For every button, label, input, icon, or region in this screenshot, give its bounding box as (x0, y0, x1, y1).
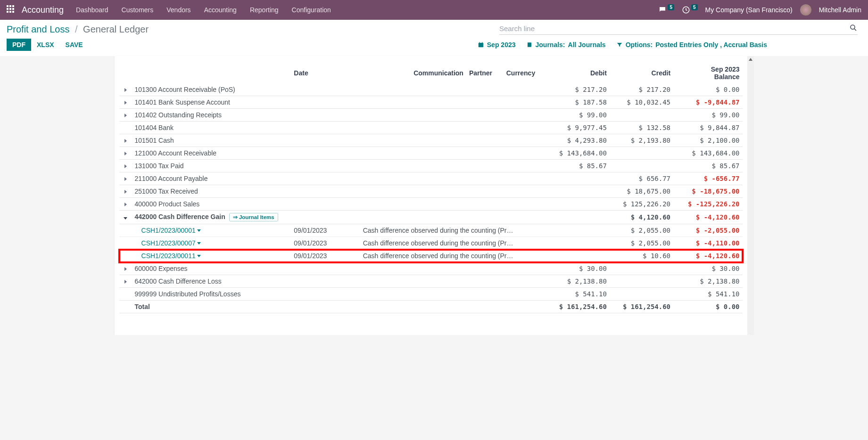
expand-toggle[interactable] (119, 147, 132, 160)
table-row[interactable]: 999999 Undistributed Profits/Losses$ 541… (119, 288, 743, 301)
table-row[interactable]: 101402 Outstanding Receipts$ 99.00$ 99.0… (119, 109, 743, 122)
nav-customers[interactable]: Customers (122, 6, 154, 14)
caret-right-icon (124, 88, 127, 92)
account-name: 600000 Expenses (132, 262, 546, 275)
activity-button[interactable]: 5 (682, 6, 698, 14)
account-name: 211000 Account Payable (132, 172, 546, 185)
expand-toggle[interactable] (119, 172, 132, 185)
debit-value: $ 30.00 (546, 262, 610, 275)
balance-value: $ -4,120.60 (673, 250, 742, 262)
nav-vendors[interactable]: Vendors (166, 6, 190, 14)
journal-entry-row[interactable]: CSH1/2023/0000709/01/2023Cash difference… (119, 237, 743, 250)
nav-configuration[interactable]: Configuration (292, 6, 331, 14)
table-row[interactable]: 121000 Account Receivable$ 143,684.00$ 1… (119, 147, 743, 160)
breadcrumb-root[interactable]: Profit and Loss (7, 24, 69, 34)
total-credit: $ 161,254.60 (610, 301, 673, 313)
journal-entry-row[interactable]: CSH1/2023/0001109/01/2023Cash difference… (119, 250, 743, 262)
expand-toggle[interactable] (119, 262, 132, 275)
book-icon (526, 41, 533, 48)
entry-link[interactable]: CSH1/2023/00007 (132, 239, 201, 247)
main-nav: Dashboard Customers Vendors Accounting R… (76, 6, 331, 14)
expand-toggle[interactable] (119, 109, 132, 122)
user-name[interactable]: Mitchell Admin (819, 6, 861, 14)
credit-value: $ 10.60 (610, 250, 673, 262)
table-row[interactable]: 211000 Account Payable$ 656.77$ -656.77 (119, 172, 743, 185)
expand-toggle[interactable] (119, 96, 132, 109)
filter-options-value: Posted Entries Only , Accrual Basis (655, 41, 767, 49)
entry-link[interactable]: CSH1/2023/00001 (132, 227, 201, 234)
credit-value: $ 18,675.00 (610, 185, 673, 198)
debit-value: $ 85.67 (546, 160, 610, 172)
messages-count: 5 (668, 4, 674, 10)
caret-down-icon (197, 229, 201, 232)
search-input[interactable] (499, 24, 849, 33)
table-row[interactable]: 101404 Bank$ 9,977.45$ 132.58$ 9,844.87 (119, 122, 743, 134)
caret-right-icon (124, 267, 127, 271)
account-name: 101402 Outstanding Receipts (132, 109, 546, 122)
expand-toggle (119, 122, 132, 134)
save-button[interactable]: SAVE (60, 39, 89, 51)
debit-value (546, 198, 610, 211)
table-row[interactable]: 101300 Account Receivable (PoS)$ 217.20$… (119, 83, 743, 96)
topbar: Accounting Dashboard Customers Vendors A… (0, 0, 868, 20)
filter-journals[interactable]: Journals: All Journals (526, 41, 606, 49)
activity-count: 5 (691, 4, 698, 10)
entry-date: 09/01/2023 (291, 224, 360, 237)
expand-toggle[interactable] (119, 275, 132, 288)
entry-date: 09/01/2023 (291, 250, 360, 262)
debit-value: $ 143,684.00 (546, 147, 610, 160)
avatar[interactable] (800, 4, 811, 16)
breadcrumb-current: General Ledger (83, 24, 149, 34)
table-row[interactable]: 131000 Tax Paid$ 85.67$ 85.67 (119, 160, 743, 172)
journal-items-link[interactable]: ⇒ Journal Items (229, 213, 278, 221)
search-button[interactable] (849, 24, 858, 33)
account-name: 131000 Tax Paid (132, 160, 546, 172)
table-row[interactable]: 600000 Expenses$ 30.00$ 30.00 (119, 262, 743, 275)
expand-toggle[interactable] (119, 160, 132, 172)
credit-value (610, 275, 673, 288)
expand-toggle[interactable] (119, 211, 132, 224)
debit-value: $ 99.00 (546, 109, 610, 122)
entry-link[interactable]: CSH1/2023/00011 (132, 252, 201, 260)
col-date: Date (291, 64, 360, 83)
table-row[interactable]: 400000 Product Sales$ 125,226.20$ -125,2… (119, 198, 743, 211)
credit-value: $ 2,193.80 (610, 134, 673, 147)
caret-right-icon (124, 177, 127, 181)
vertical-scrollbar[interactable] (747, 56, 754, 335)
nav-accounting[interactable]: Accounting (204, 6, 237, 14)
credit-value (610, 160, 673, 172)
balance-value: $ -9,844.87 (673, 96, 742, 109)
total-row: Total$ 161,254.60$ 161,254.60$ 0.00 (119, 301, 743, 313)
expand-toggle[interactable] (119, 185, 132, 198)
caret-right-icon (124, 139, 127, 143)
pdf-button[interactable]: PDF (7, 39, 31, 51)
filter-options[interactable]: Options: Posted Entries Only , Accrual B… (616, 41, 767, 49)
nav-reporting[interactable]: Reporting (250, 6, 279, 14)
messages-button[interactable]: 5 (658, 6, 674, 14)
expand-toggle[interactable] (119, 83, 132, 96)
entry-communication: Cash difference observed during the coun… (360, 250, 546, 262)
filters: Sep 2023 Journals: All Journals Options:… (478, 41, 767, 49)
company-switcher[interactable]: My Company (San Francisco) (705, 6, 793, 14)
expand-toggle[interactable] (119, 198, 132, 211)
table-row-expanded[interactable]: 442000 Cash Difference Gain⇒ Journal Ite… (119, 211, 743, 224)
apps-icon[interactable] (7, 5, 16, 15)
col-partner: Partner (466, 64, 504, 83)
table-row[interactable]: 642000 Cash Difference Loss$ 2,138.80$ 2… (119, 275, 743, 288)
nav-dashboard[interactable]: Dashboard (76, 6, 108, 14)
credit-value: $ 125,226.20 (610, 198, 673, 211)
table-row[interactable]: 101501 Cash$ 4,293.80$ 2,193.80$ 2,100.0… (119, 134, 743, 147)
funnel-icon (616, 41, 623, 48)
account-name: 101300 Account Receivable (PoS) (132, 83, 546, 96)
balance-value: $ 541.10 (673, 288, 742, 301)
col-balance: Balance (714, 73, 740, 81)
balance-value: $ 9,844.87 (673, 122, 742, 134)
xlsx-button[interactable]: XLSX (31, 39, 60, 51)
expand-toggle[interactable] (119, 134, 132, 147)
table-row[interactable]: 101401 Bank Suspense Account$ 187.58$ 10… (119, 96, 743, 109)
table-row[interactable]: 251000 Tax Received$ 18,675.00$ -18,675.… (119, 185, 743, 198)
caret-right-icon (124, 152, 127, 155)
journal-entry-row[interactable]: CSH1/2023/0000109/01/2023Cash difference… (119, 224, 743, 237)
account-name: 400000 Product Sales (132, 198, 546, 211)
filter-date[interactable]: Sep 2023 (478, 41, 516, 49)
